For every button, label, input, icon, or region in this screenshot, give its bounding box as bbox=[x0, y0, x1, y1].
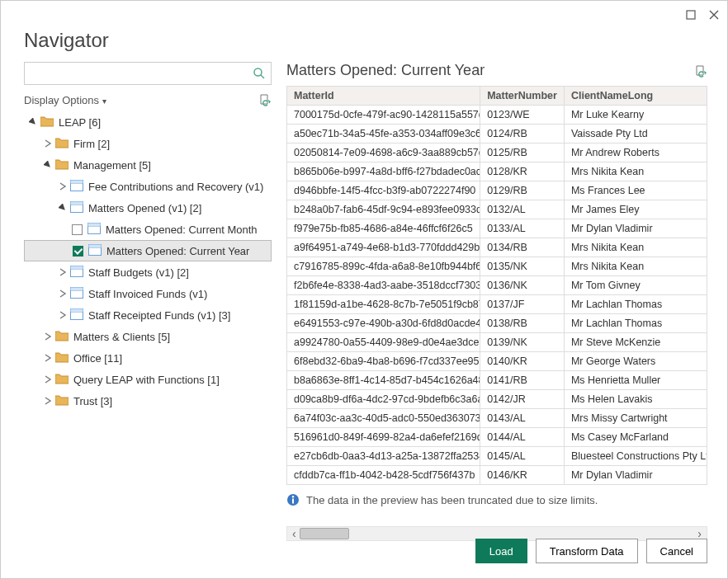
chevron-right-icon[interactable] bbox=[42, 331, 54, 342]
chevron-right-icon[interactable] bbox=[57, 288, 69, 299]
cell: a9f64951-a749-4e68-b1d3-770fddd429b8 bbox=[287, 238, 480, 257]
cell: 0145/AL bbox=[480, 447, 565, 466]
table-row[interactable]: 7000175d-0cfe-479f-ac90-1428115a557d0123… bbox=[287, 106, 707, 125]
cell: d946bbfe-14f5-4fcc-b3f9-ab0722274f90 bbox=[287, 181, 480, 200]
cell: cfddb7ca-ff1b-4042-b428-5cdf756f437b bbox=[287, 466, 480, 485]
chevron-right-icon[interactable] bbox=[42, 395, 54, 407]
tree-node-trust[interactable]: Trust [3] bbox=[24, 390, 272, 412]
table-row[interactable]: b865b06e-b997-4a8d-bff6-f27bdadec0ac0128… bbox=[287, 162, 707, 181]
tree-node-staff-receipted[interactable]: Staff Receipted Funds (v1) [3] bbox=[24, 304, 272, 326]
table-row[interactable]: a50ec71b-34a5-45fe-a353-034aff09e3c60124… bbox=[287, 125, 707, 144]
cell: Mr Dylan Vladimir bbox=[564, 466, 707, 485]
search-input[interactable] bbox=[30, 67, 253, 81]
search-box[interactable] bbox=[24, 62, 272, 85]
cell: Mr Lachlan Thomas bbox=[564, 314, 707, 333]
chevron-right-icon[interactable] bbox=[42, 138, 54, 149]
cell: Mr Dylan Vladimir bbox=[564, 219, 707, 238]
table-row[interactable]: a9924780-0a55-4409-98e9-d0e4ae3dce1b0139… bbox=[287, 333, 707, 352]
col-header-clientnamelong[interactable]: ClientNameLong bbox=[564, 87, 707, 106]
table-row[interactable]: d09ca8b9-df6a-4dc2-97cd-9bdefb6c3a6a0142… bbox=[287, 390, 707, 409]
tree-node-management[interactable]: Management [5] bbox=[24, 154, 272, 176]
tree-node-staff-invoiced[interactable]: Staff Invoiced Funds (v1) bbox=[24, 283, 272, 304]
cell: 0128/KR bbox=[480, 162, 565, 181]
tree-node-fee-contributions[interactable]: Fee Contributions and Recovery (v1) bbox=[24, 176, 272, 197]
svg-rect-14 bbox=[89, 245, 102, 248]
cell: 0140/KR bbox=[480, 352, 565, 371]
tree-node-root[interactable]: LEAP [6] bbox=[24, 111, 272, 133]
svg-rect-0 bbox=[687, 11, 695, 19]
cell: 6a74f03c-aa3c-40d5-adc0-550ed3630731 bbox=[287, 409, 480, 428]
display-options-row: Display Options▾ bbox=[24, 93, 272, 106]
table-row[interactable]: b248a0b7-fab6-45df-9c94-e893fee0933d0132… bbox=[287, 200, 707, 219]
cell: Mr Tom Givney bbox=[564, 276, 707, 295]
cell: Mr Andrew Roberts bbox=[564, 144, 707, 162]
transform-data-button[interactable]: Transform Data bbox=[536, 539, 638, 563]
info-icon bbox=[286, 493, 300, 506]
chevron-down-icon[interactable] bbox=[42, 159, 54, 171]
table-row[interactable]: f979e75b-fb85-4686-a84e-46ffcf6f26c50133… bbox=[287, 219, 707, 238]
tree-node-mo-current-year[interactable]: Matters Opened: Current Year bbox=[24, 240, 272, 261]
preview-table: MatterId MatterNumber ClientNameLong 700… bbox=[286, 86, 707, 485]
chevron-down-icon[interactable] bbox=[57, 202, 69, 214]
cell: 0125/RB bbox=[480, 144, 565, 162]
left-panel: Display Options▾ LEAP [6] Firm [ bbox=[24, 62, 272, 519]
display-options-button[interactable]: Display Options▾ bbox=[24, 94, 106, 106]
table-row[interactable]: c7916785-899c-4fda-a6a8-8e10fb944bf60135… bbox=[287, 257, 707, 276]
page-refresh-icon[interactable] bbox=[694, 64, 707, 78]
table-row[interactable]: cfddb7ca-ff1b-4042-b428-5cdf756f437b0146… bbox=[287, 466, 707, 485]
chevron-down-icon[interactable] bbox=[27, 116, 39, 128]
table-row[interactable]: a9f64951-a749-4e68-b1d3-770fddd429b80134… bbox=[287, 238, 707, 257]
tree-node-matters-clients[interactable]: Matters & Clients [5] bbox=[24, 326, 272, 347]
table-row[interactable]: 1f81159d-a1be-4628-8c7b-7e5051f9cb870137… bbox=[287, 295, 707, 314]
cell: 0142/JR bbox=[480, 390, 565, 409]
cell: 6f8ebd32-6ba9-4ba8-b696-f7cd337ee956 bbox=[287, 352, 480, 371]
cancel-button[interactable]: Cancel bbox=[646, 539, 707, 563]
search-icon[interactable] bbox=[253, 67, 266, 80]
col-header-matternumber[interactable]: MatterNumber bbox=[480, 87, 565, 106]
tree-node-office[interactable]: Office [11] bbox=[24, 347, 272, 369]
chevron-right-icon[interactable] bbox=[42, 374, 54, 385]
chevron-right-icon[interactable] bbox=[42, 352, 54, 364]
tree-node-mo-current-month[interactable]: Matters Opened: Current Month bbox=[24, 219, 272, 240]
table-row[interactable]: 516961d0-849f-4699-82a4-da6efef2169d0144… bbox=[287, 428, 707, 447]
checkbox[interactable] bbox=[72, 224, 83, 235]
folder-icon bbox=[40, 115, 54, 129]
table-icon bbox=[70, 180, 83, 193]
folder-icon bbox=[55, 330, 69, 343]
cell: 0141/RB bbox=[480, 371, 565, 390]
tree-node-firm[interactable]: Firm [2] bbox=[24, 133, 272, 154]
table-row[interactable]: 6a74f03c-aa3c-40d5-adc0-550ed36307310143… bbox=[287, 409, 707, 428]
maximize-icon[interactable] bbox=[684, 8, 697, 21]
cell: Mr James Eley bbox=[564, 200, 707, 219]
tree-node-query-leap[interactable]: Query LEAP with Functions [1] bbox=[24, 369, 272, 390]
chevron-right-icon[interactable] bbox=[57, 266, 69, 278]
cell: f979e75b-fb85-4686-a84e-46ffcf6f26c5 bbox=[287, 219, 480, 238]
load-button[interactable]: Load bbox=[475, 539, 527, 563]
tree-node-staff-budgets[interactable]: Staff Budgets (v1) [2] bbox=[24, 261, 272, 283]
preview-panel: Matters Opened: Current Year MatterId Ma… bbox=[286, 62, 707, 519]
cell: e6491553-c97e-490b-a30d-6fd8d0acde4c bbox=[287, 314, 480, 333]
info-row: The data in the preview has been truncat… bbox=[286, 493, 707, 506]
svg-rect-25 bbox=[292, 499, 294, 504]
table-row[interactable]: 02050814-7e09-4698-a6c9-3aa889cb57da0125… bbox=[287, 144, 707, 162]
close-icon[interactable] bbox=[707, 8, 721, 21]
table-icon bbox=[70, 308, 83, 322]
table-row[interactable]: d946bbfe-14f5-4fcc-b3f9-ab0722274f900129… bbox=[287, 181, 707, 200]
table-row[interactable]: e6491553-c97e-490b-a30d-6fd8d0acde4c0138… bbox=[287, 314, 707, 333]
cell: 0133/AL bbox=[480, 219, 565, 238]
table-row[interactable]: b8a6863e-8ff1-4c14-85d7-b454c1626a480141… bbox=[287, 371, 707, 390]
table-row[interactable]: 6f8ebd32-6ba9-4ba8-b696-f7cd337ee9560140… bbox=[287, 352, 707, 371]
cell: 0134/RB bbox=[480, 238, 565, 257]
cell: b865b06e-b997-4a8d-bff6-f27bdadec0ac bbox=[287, 162, 480, 181]
refresh-icon[interactable] bbox=[258, 93, 272, 106]
checkbox-checked[interactable] bbox=[73, 246, 83, 257]
chevron-right-icon[interactable] bbox=[57, 181, 69, 192]
chevron-right-icon[interactable] bbox=[57, 309, 69, 321]
cell: Vaissade Pty Ltd bbox=[564, 125, 707, 144]
cell: 0135/NK bbox=[480, 257, 565, 276]
cell: 0143/AL bbox=[480, 409, 565, 428]
table-row[interactable]: e27cb6db-0aa3-4d13-a25a-13872ffa25340145… bbox=[287, 447, 707, 466]
table-row[interactable]: f2b6fe4e-8338-4ad3-aabe-3518dccf73030136… bbox=[287, 276, 707, 295]
col-header-matterid[interactable]: MatterId bbox=[287, 87, 480, 106]
tree-node-matters-opened[interactable]: Matters Opened (v1) [2] bbox=[24, 197, 272, 219]
